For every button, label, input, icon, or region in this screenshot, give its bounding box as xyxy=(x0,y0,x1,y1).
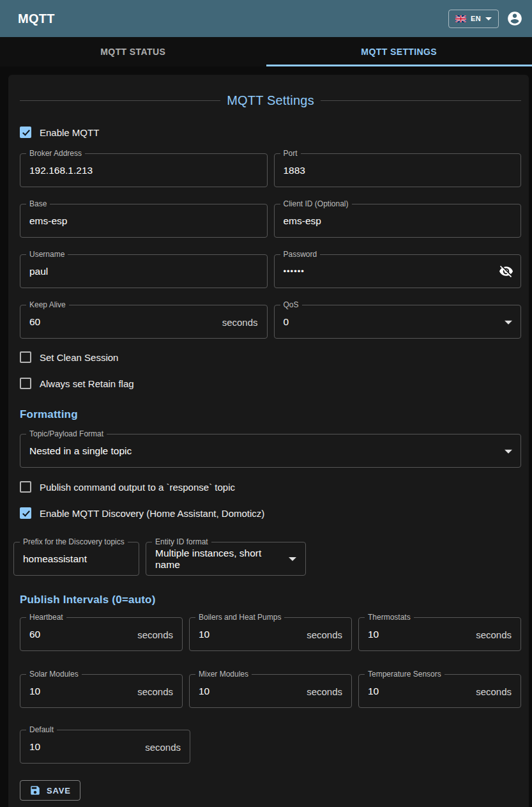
account-circle-icon[interactable] xyxy=(506,10,523,27)
port-label: Port xyxy=(280,149,301,158)
app-bar-actions: EN xyxy=(448,10,523,28)
heartbeat-label: Heartbeat xyxy=(26,613,66,622)
username-label: Username xyxy=(26,250,68,259)
thermostats-input[interactable] xyxy=(359,618,521,650)
retain-flag-label: Always set Retain flag xyxy=(40,378,134,389)
temperature-sensors-label: Temperature Sensors xyxy=(365,670,445,679)
response-topic-checkbox[interactable] xyxy=(20,481,31,493)
mixer-modules-input[interactable] xyxy=(190,675,351,707)
username-field: Username xyxy=(20,254,268,288)
boilers-label: Boilers and Heat Pumps xyxy=(195,613,284,622)
qos-select-value[interactable]: 0 xyxy=(275,305,521,338)
discovery-prefix-input[interactable] xyxy=(14,542,139,575)
mqtt-discovery-label: Enable MQTT Discovery (Home Assistant, D… xyxy=(40,508,264,519)
topic-format-select-field[interactable]: Topic/Payload Format Nested in a single … xyxy=(20,434,521,468)
save-button[interactable]: SAVE xyxy=(20,780,80,801)
app-bar: MQTT EN xyxy=(0,0,532,37)
password-input[interactable] xyxy=(275,255,521,288)
language-code: EN xyxy=(471,15,481,22)
default-interval-label: Default xyxy=(26,725,57,735)
keep-alive-field: Keep Alive seconds xyxy=(20,305,268,339)
mqtt-discovery-row[interactable]: Enable MQTT Discovery (Home Assistant, D… xyxy=(20,505,264,521)
retain-flag-checkbox[interactable] xyxy=(20,378,31,389)
card-heading-row: MQTT Settings xyxy=(20,93,521,108)
entity-id-format-select-field[interactable]: Entity ID format Multiple instances, sho… xyxy=(146,542,306,576)
mixer-modules-field: Mixer Modules seconds xyxy=(189,674,352,708)
keep-alive-label: Keep Alive xyxy=(26,300,69,310)
temperature-sensors-input[interactable] xyxy=(359,675,521,707)
broker-address-label: Broker Address xyxy=(26,149,85,158)
page-title: MQTT xyxy=(18,12,55,26)
thermostats-label: Thermostats xyxy=(365,613,414,622)
base-input[interactable] xyxy=(20,204,267,237)
username-password-row: Username Password xyxy=(20,254,521,288)
broker-address-input[interactable] xyxy=(20,154,267,187)
qos-select-field[interactable]: QoS 0 xyxy=(274,305,522,339)
actions-row: SAVE xyxy=(20,780,521,801)
save-button-label: SAVE xyxy=(47,786,71,795)
default-interval-field: Default seconds xyxy=(20,730,190,764)
mqtt-discovery-checkbox[interactable] xyxy=(20,507,31,519)
heartbeat-input[interactable] xyxy=(20,618,182,650)
chevron-down-icon xyxy=(485,17,492,20)
publish-intervals-section-header: Publish Intervals (0=auto) xyxy=(20,594,521,606)
username-input[interactable] xyxy=(20,255,267,288)
intervals-row-2: Solar Modules seconds Mixer Modules seco… xyxy=(20,674,521,708)
topic-format-label: Topic/Payload Format xyxy=(26,429,107,439)
solar-modules-label: Solar Modules xyxy=(26,670,82,679)
topic-format-select-value[interactable]: Nested in a single topic xyxy=(20,434,521,467)
intervals-row-3: Default seconds xyxy=(20,730,190,764)
divider-line xyxy=(20,100,220,101)
thermostats-field: Thermostats seconds xyxy=(358,617,521,651)
tab-mqtt-settings[interactable]: MQTT SETTINGS xyxy=(266,37,532,66)
boilers-field: Boilers and Heat Pumps seconds xyxy=(189,617,352,651)
entity-id-format-select-value[interactable]: Multiple instances, short name xyxy=(146,542,305,575)
temperature-sensors-field: Temperature Sensors seconds xyxy=(358,674,521,708)
entity-id-format-text: Multiple instances, short name xyxy=(155,548,281,571)
discovery-options-row: Prefix for the Discovery topics Entity I… xyxy=(13,542,521,576)
response-topic-label: Publish command output to a `response` t… xyxy=(40,482,235,493)
clean-session-label: Set Clean Session xyxy=(40,352,118,363)
intervals-row-1: Heartbeat seconds Boilers and Heat Pumps… xyxy=(20,617,521,651)
dropdown-arrow-icon xyxy=(289,557,296,561)
client-id-field: Client ID (Optional) xyxy=(274,204,522,238)
solar-modules-input[interactable] xyxy=(20,675,182,707)
toggle-password-visibility-button[interactable] xyxy=(498,263,514,280)
discovery-prefix-field: Prefix for the Discovery topics xyxy=(13,542,139,576)
base-label: Base xyxy=(26,199,50,209)
clean-session-row[interactable]: Set Clean Session xyxy=(20,350,118,365)
broker-address-field: Broker Address xyxy=(20,153,268,187)
clean-session-checkbox[interactable] xyxy=(20,351,31,363)
formatting-section-header: Formatting xyxy=(20,408,521,421)
mixer-modules-label: Mixer Modules xyxy=(195,670,252,679)
client-id-input[interactable] xyxy=(275,204,521,237)
settings-card: MQTT Settings Enable MQTT Broker Address… xyxy=(8,75,529,807)
entity-id-format-label: Entity ID format xyxy=(152,537,211,547)
heartbeat-field: Heartbeat seconds xyxy=(20,617,183,651)
card-heading: MQTT Settings xyxy=(220,93,321,108)
enable-mqtt-checkbox[interactable] xyxy=(20,127,31,138)
solar-modules-field: Solar Modules seconds xyxy=(20,674,183,708)
enable-mqtt-row[interactable]: Enable MQTT xyxy=(20,125,99,140)
enable-mqtt-label: Enable MQTT xyxy=(40,127,99,138)
password-field: Password xyxy=(274,254,522,288)
uk-flag-icon xyxy=(455,15,466,22)
mqtt-settings-screen: MQTT EN MQTT STAT xyxy=(0,0,532,807)
default-interval-input[interactable] xyxy=(20,730,190,763)
discovery-prefix-label: Prefix for the Discovery topics xyxy=(20,537,128,547)
response-topic-row[interactable]: Publish command output to a `response` t… xyxy=(20,479,235,495)
port-field: Port xyxy=(274,153,522,187)
base-field: Base xyxy=(20,204,268,238)
broker-port-row: Broker Address Port xyxy=(20,153,521,187)
boilers-input[interactable] xyxy=(190,618,351,650)
divider-line xyxy=(321,100,521,101)
tab-mqtt-status[interactable]: MQTT STATUS xyxy=(0,37,266,66)
keep-alive-input[interactable] xyxy=(20,305,267,338)
port-input[interactable] xyxy=(275,154,521,187)
retain-flag-row[interactable]: Always set Retain flag xyxy=(20,376,134,391)
password-label: Password xyxy=(280,250,321,259)
qos-label: QoS xyxy=(280,300,302,310)
language-selector-button[interactable]: EN xyxy=(448,10,499,28)
base-clientid-row: Base Client ID (Optional) xyxy=(20,204,521,238)
tab-bar: MQTT STATUS MQTT SETTINGS xyxy=(0,37,532,66)
